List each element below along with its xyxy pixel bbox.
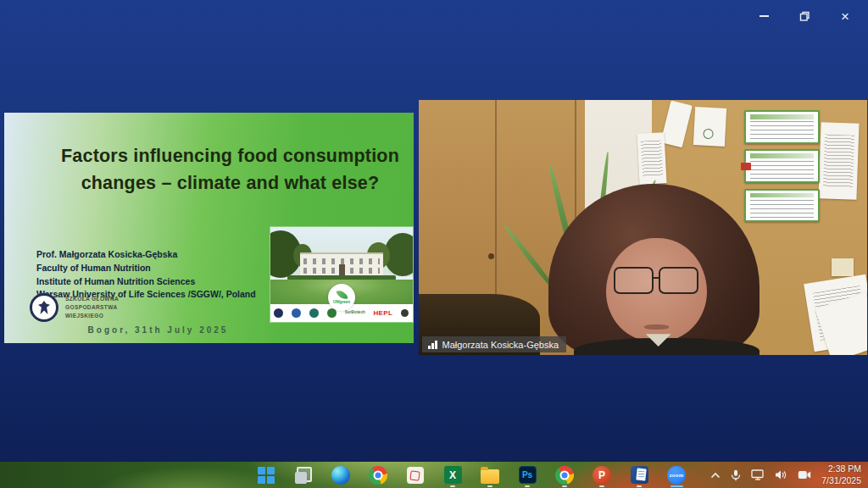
shared-slide: Factors influencing food consumption cha… bbox=[4, 113, 414, 343]
chrome-icon bbox=[555, 466, 574, 485]
glasses-lens bbox=[659, 267, 698, 294]
slide-date: Bogor, 31th July 2025 bbox=[4, 325, 312, 335]
tray-time: 2:38 PM bbox=[821, 463, 861, 475]
pinned-paper bbox=[819, 122, 860, 200]
active-app-indicator bbox=[670, 485, 683, 488]
palace-building bbox=[300, 252, 382, 277]
camera-icon[interactable] bbox=[798, 470, 811, 480]
excel-icon: X bbox=[444, 466, 462, 484]
windows-start-icon bbox=[258, 467, 275, 484]
restore-button[interactable] bbox=[790, 5, 819, 27]
partner-logo-icon bbox=[401, 309, 409, 317]
partner-logo-icon bbox=[292, 308, 301, 318]
sggw-eagle-seal-icon bbox=[30, 293, 58, 322]
calendar-panel bbox=[744, 110, 821, 144]
partner-logo-icon bbox=[327, 308, 337, 318]
sggw-emblem-text: SZKOŁA GŁÓWNA GOSPODARSTWA WIEJSKIEGO bbox=[65, 295, 119, 319]
author-line: Prof. Małgorzata Kosicka-Gębska bbox=[36, 248, 256, 262]
speaker-icon[interactable] bbox=[775, 469, 787, 480]
hidden-icons-chevron[interactable] bbox=[710, 472, 721, 479]
open-app-indicator bbox=[562, 485, 567, 488]
task-view-button[interactable] bbox=[293, 462, 314, 488]
cabinet-knob bbox=[488, 253, 494, 259]
start-button[interactable] bbox=[256, 462, 276, 488]
open-app-indicator bbox=[599, 485, 604, 488]
file-explorer-icon bbox=[481, 469, 499, 484]
participant-name-tag: Małgorzata Kosicka-Gębska bbox=[422, 336, 566, 352]
taskbar-icons: X Ps P zoom bbox=[256, 462, 687, 488]
sggw-emblem: SZKOŁA GŁÓWNA GOSPODARSTWA WIEJSKIEGO bbox=[30, 293, 119, 322]
emblem-line: SZKOŁA GŁÓWNA bbox=[65, 295, 119, 303]
photoshop-icon: Ps bbox=[519, 466, 537, 484]
zoom-button[interactable]: zoom bbox=[666, 462, 687, 488]
open-app-indicator bbox=[637, 485, 642, 488]
task-view-icon bbox=[294, 466, 313, 485]
glasses bbox=[614, 267, 698, 294]
tray-date: 7/31/2025 bbox=[821, 475, 861, 487]
zoom-icon: zoom bbox=[667, 466, 686, 485]
unigreen-label: UNIgreen bbox=[333, 300, 350, 304]
minimize-button[interactable] bbox=[749, 5, 778, 27]
file-explorer-button[interactable] bbox=[480, 462, 500, 488]
emblem-line: WIEJSKIEGO bbox=[65, 312, 119, 320]
pinned-paper bbox=[693, 107, 726, 147]
partner-logo-icon bbox=[309, 308, 319, 318]
pinned-paper bbox=[637, 132, 667, 185]
author-line: Faculty of Human Nutrition bbox=[36, 262, 256, 275]
partner-logo-icon bbox=[274, 308, 283, 318]
display-icon[interactable] bbox=[751, 469, 765, 480]
close-button[interactable]: × bbox=[831, 5, 860, 27]
slide-title: Factors influencing food consumption cha… bbox=[58, 143, 402, 197]
window-controls: × bbox=[749, 5, 860, 27]
excel-button[interactable]: X bbox=[442, 462, 463, 488]
unigreen-logo: UNIgreen bbox=[328, 284, 355, 311]
restore-icon bbox=[799, 11, 810, 22]
edge-button[interactable] bbox=[331, 462, 351, 488]
system-tray: 2:38 PM 7/31/2025 bbox=[710, 462, 861, 488]
presenter-mouth bbox=[644, 324, 669, 329]
presenter bbox=[548, 184, 760, 355]
presenter-face bbox=[606, 238, 707, 341]
desktop-root: × Factors influencing food consumption c… bbox=[0, 0, 868, 488]
edge-icon bbox=[331, 466, 350, 485]
chrome-icon bbox=[369, 466, 387, 485]
glasses-lens bbox=[614, 267, 654, 294]
calendar-panel bbox=[744, 149, 821, 183]
powerpoint-icon: P bbox=[593, 466, 611, 485]
chrome-button[interactable] bbox=[368, 462, 388, 488]
photoshop-button[interactable]: Ps bbox=[517, 462, 537, 488]
word-button[interactable] bbox=[629, 462, 649, 488]
campus-photo: SurBiotech HEPL UNIgreen bbox=[270, 227, 413, 322]
microphone-icon[interactable] bbox=[731, 469, 741, 481]
hepl-logo: HEPL bbox=[374, 309, 393, 317]
snipping-tool-button[interactable] bbox=[405, 462, 426, 488]
taskbar-clock[interactable]: 2:38 PM 7/31/2025 bbox=[821, 463, 861, 486]
open-app-indicator bbox=[525, 485, 530, 488]
building-windows bbox=[303, 258, 380, 264]
minimize-icon bbox=[760, 15, 769, 17]
signal-bars-icon bbox=[428, 341, 437, 349]
snipping-tool-icon bbox=[407, 467, 424, 484]
surbiotech-logo: SurBiotech bbox=[345, 311, 365, 315]
author-line: Institute of Human Nutrition Sciences bbox=[36, 275, 256, 289]
powerpoint-button[interactable]: P bbox=[592, 462, 612, 488]
word-icon bbox=[631, 466, 648, 484]
taskbar: X Ps P zoom bbox=[0, 462, 868, 488]
calendar-marker bbox=[741, 163, 751, 170]
participant-name: Małgorzata Kosicka-Gębska bbox=[442, 340, 559, 350]
open-app-indicator bbox=[450, 485, 455, 488]
sticky-note bbox=[832, 258, 854, 276]
webcam-feed: Małgorzata Kosicka-Gębska bbox=[419, 100, 867, 355]
open-app-indicator bbox=[487, 485, 492, 488]
chrome-profile-button[interactable] bbox=[554, 462, 575, 488]
emblem-line: GOSPODARSTWA bbox=[65, 303, 119, 312]
